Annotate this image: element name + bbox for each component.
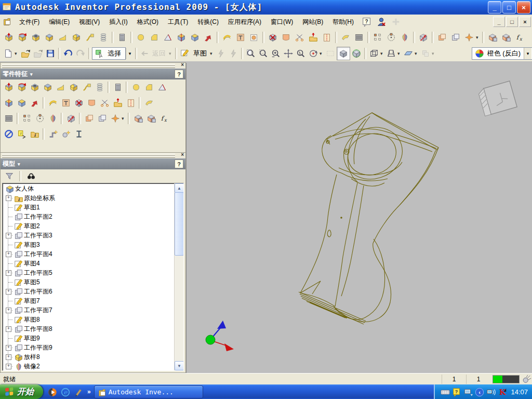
select-dropdown[interactable]: ▾ — [126, 48, 134, 59]
tree-item-17[interactable]: +工作平面9 — [4, 343, 174, 352]
quick-launch-paint-brush[interactable] — [73, 387, 83, 397]
save-button[interactable] — [44, 47, 57, 60]
help-topics-icon[interactable]: ? — [362, 17, 373, 27]
tool-sweep[interactable] — [83, 31, 97, 44]
color-style-dropdown[interactable]: ▾ — [524, 48, 531, 59]
tool-disable-feature[interactable] — [2, 128, 15, 141]
menu-item-edit[interactable]: 编辑(E) — [44, 16, 74, 29]
tool-derive[interactable] — [486, 31, 499, 44]
menu-item-convert[interactable]: 转换(C) — [193, 16, 223, 29]
tree-item-16[interactable]: 草图9 — [4, 334, 174, 343]
tool-work-plane[interactable] — [96, 112, 109, 125]
tree-expand-box[interactable]: + — [6, 345, 11, 351]
tool-stitch-surface[interactable] — [320, 31, 334, 44]
tree-item-15[interactable]: +工作平面8 — [4, 324, 174, 334]
tool-revolve[interactable] — [16, 31, 29, 44]
tool-replace-face[interactable] — [307, 31, 320, 44]
panel-help-button[interactable]: ? — [175, 159, 183, 168]
restore-button[interactable]: □ — [502, 1, 516, 14]
menu-item-applications[interactable]: 应用程序(A) — [223, 16, 266, 29]
tool-work-point[interactable] — [462, 31, 476, 44]
mdi-minimize-button[interactable]: _ — [493, 17, 505, 27]
find-button[interactable] — [24, 170, 38, 182]
tool-replace-face[interactable] — [111, 97, 124, 110]
tree-item-13[interactable]: +工作平面7 — [4, 305, 174, 315]
tool-work-plane[interactable] — [449, 31, 462, 44]
tray-help-tray[interactable]: ? — [451, 387, 461, 396]
tool-move-body[interactable] — [64, 112, 77, 125]
tool-face-draft[interactable] — [161, 31, 175, 44]
tool-trim-surface[interactable] — [293, 31, 307, 44]
tool-ifeature-catalog[interactable]: i — [28, 128, 41, 141]
tray-language[interactable]: ‹ — [474, 387, 484, 396]
tool-boundary-patch[interactable] — [85, 97, 98, 110]
select-tool-combo[interactable]: 选择 — [92, 47, 126, 60]
tree-item-5[interactable]: +工作平面3 — [4, 231, 174, 240]
tree-item-2[interactable]: 草图1 — [4, 203, 174, 212]
tool-grill[interactable] — [2, 112, 15, 125]
scroll-thumb[interactable] — [175, 192, 184, 256]
mdi-close-button[interactable]: × — [519, 17, 531, 27]
sketch-dropdown[interactable]: ▾ — [210, 51, 215, 56]
tool-boundary-patch[interactable] — [280, 31, 293, 44]
tool-decal[interactable] — [247, 31, 261, 44]
tool-fillet[interactable] — [129, 81, 142, 94]
display-mode-button[interactable] — [350, 47, 363, 60]
tool-mirror[interactable] — [398, 31, 411, 44]
tool-work-point-dropdown[interactable]: ▾ — [476, 35, 481, 40]
sketch-button[interactable]: 草图 — [179, 47, 210, 60]
scroll-up-button[interactable]: ▲ — [175, 183, 184, 193]
tool-delete-face[interactable] — [72, 97, 85, 110]
tool-thicken-offset[interactable] — [220, 31, 234, 44]
zoom-window-button[interactable] — [257, 47, 270, 60]
mdi-restore-button[interactable]: □ — [506, 17, 518, 27]
tray-network[interactable] — [486, 387, 495, 396]
menu-item-view[interactable]: 视图(V) — [74, 16, 104, 29]
quick-launch-internet-explorer[interactable]: e — [60, 387, 70, 397]
tool-create-note[interactable]: i — [15, 128, 28, 141]
tool-bend-part[interactable] — [15, 97, 28, 110]
menu-item-web[interactable]: 网站(B) — [298, 16, 328, 29]
zoom-button[interactable] — [270, 47, 282, 60]
new-file-dropdown[interactable]: ▾ — [15, 51, 19, 56]
panel-drag-handle[interactable]: × — [1, 63, 185, 69]
tool-shell[interactable] — [41, 81, 54, 94]
tool-split[interactable] — [175, 31, 188, 44]
tree-expand-box[interactable]: + — [6, 233, 11, 238]
panel-drag-handle[interactable]: × — [1, 153, 185, 158]
tree-item-11[interactable]: +工作平面6 — [4, 287, 174, 296]
tray-antivirus[interactable]: K — [497, 387, 507, 396]
tree-expand-box[interactable]: + — [6, 364, 11, 369]
tool-thicken-offset[interactable] — [46, 97, 59, 110]
tool-rectangular-pattern[interactable] — [371, 31, 384, 44]
tool-delete-face[interactable] — [266, 31, 280, 44]
tool-insert-ifeature[interactable] — [499, 31, 513, 44]
tool-hole[interactable] — [28, 81, 41, 94]
tree-expand-box[interactable]: + — [6, 289, 11, 295]
tool-move-face[interactable] — [28, 97, 41, 110]
tool-extrude[interactable] — [2, 81, 15, 94]
zoom-all-button[interactable] — [245, 47, 257, 60]
tool-sculpt[interactable] — [339, 31, 352, 44]
slice-plane-button[interactable] — [402, 47, 415, 60]
tool-composite-imate[interactable] — [59, 128, 72, 141]
tool-chamfer[interactable] — [148, 31, 161, 44]
new-file-button[interactable] — [2, 47, 15, 60]
tool-stitch-surface[interactable] — [124, 97, 137, 110]
menu-item-help[interactable]: 帮助(H) — [328, 16, 358, 29]
tool-move-body[interactable] — [417, 31, 430, 44]
tree-item-19[interactable]: +镜像2 — [4, 362, 174, 371]
tool-work-point-dropdown[interactable]: ▾ — [122, 116, 126, 121]
plane-dropdown[interactable]: ▾ — [415, 51, 419, 56]
tool-rib[interactable] — [54, 81, 67, 94]
tree-item-root[interactable]: 女人体 — [4, 184, 174, 193]
menu-item-format[interactable]: 格式(O) — [132, 16, 163, 29]
tool-coil[interactable] — [93, 81, 106, 94]
tree-item-6[interactable]: 草图3 — [4, 240, 174, 249]
close-panel-icon[interactable]: × — [181, 62, 184, 68]
tree-expand-box[interactable]: + — [6, 354, 11, 360]
tool-rib[interactable] — [56, 31, 70, 44]
tool-emboss[interactable] — [59, 97, 72, 110]
close-panel-icon[interactable]: × — [181, 152, 184, 157]
tool-rectangular-pattern[interactable] — [20, 112, 33, 125]
